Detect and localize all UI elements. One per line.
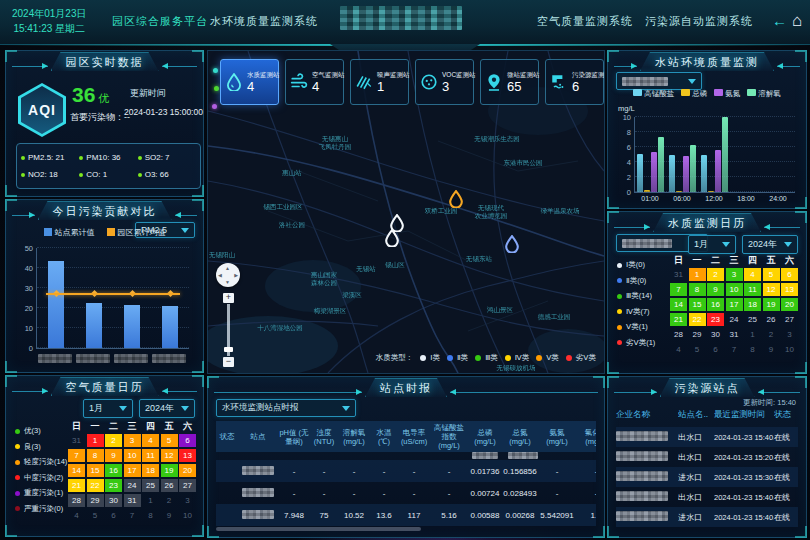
y-tick-label: 20 (25, 304, 33, 313)
water-drop-icon (225, 73, 243, 91)
nav-air-system[interactable]: 空气质量监测系统 (537, 14, 633, 29)
legend-dot (617, 278, 622, 283)
calendar-day: 10 (781, 343, 798, 357)
map-filter-noise-monitor[interactable]: 噪声监测站1 (350, 59, 409, 105)
pollution-table-header: 企业名称站点名..最近监测时间状态 (616, 409, 798, 421)
chevron-down-icon (784, 242, 792, 251)
zoom-handle[interactable] (224, 347, 233, 352)
calendar-day: 1 (87, 434, 104, 448)
back-icon[interactable]: ← (772, 12, 787, 30)
station-select[interactable] (616, 72, 702, 90)
value-cell: 75 (310, 511, 338, 520)
legend-dot (617, 263, 622, 268)
horizontal-scrollbar[interactable] (216, 527, 421, 531)
x-tick-label: 01:00 (634, 195, 666, 202)
map-filter-voc-monitor[interactable]: VOC监测站3 (415, 59, 474, 105)
pollution-table-body: 出水口2024-01-23 15:40..在线出水口2024-01-23 15:… (616, 427, 798, 527)
zoom-in-button[interactable]: + (223, 293, 234, 303)
bar (48, 261, 64, 348)
calendar-day: 4 (670, 343, 687, 357)
air-calendar-grid: 日一二三四五六311234567891011121314151617181920… (68, 420, 196, 522)
calendar-weekday: 四 (142, 420, 159, 432)
report-type-select[interactable]: 水环境监测站点时报 (216, 399, 356, 417)
calendar-day: 2 (161, 494, 178, 508)
map-place-label: 洛社公园 (279, 221, 305, 229)
calendar-weekday: 三 (124, 420, 141, 432)
aqi-value: 36优 (72, 83, 109, 107)
station-marker[interactable] (449, 190, 464, 212)
map-filter-micro-station[interactable]: 微站监测站65 (480, 59, 539, 105)
panel-title: 污染源站点 (660, 378, 755, 397)
value-cell: - (398, 467, 430, 476)
calendar-day: 17 (124, 464, 141, 478)
calendar-day: 8 (689, 283, 706, 297)
map-zoom-slider[interactable]: + − (225, 293, 232, 367)
calendar-weekday: 日 (670, 254, 687, 266)
filter-count: 6 (572, 80, 605, 93)
calendar-weekday: 五 (161, 420, 178, 432)
metric-text: O3: 66 (145, 170, 169, 179)
map-filter-air-monitor[interactable]: 空气监测站4 (285, 59, 344, 105)
legend-item: 优(3) (15, 426, 67, 436)
time-cell: 2024-01-23 15:30.. (714, 473, 774, 482)
contribution-bar-chart: 01020304050 (36, 248, 189, 349)
value-cell: 0.00724 (468, 489, 502, 498)
map-canvas[interactable]: 无锡惠山飞凤牡丹园惠山站锡西工业园区洛社公园无锡阳山惠山国家森林公园无锡站锡山区… (207, 50, 605, 374)
redacted-company-name (616, 491, 668, 501)
calendar-day: 21 (68, 479, 85, 493)
bar-group (701, 117, 728, 192)
value-cell: 5.16 (430, 511, 468, 520)
status-cell: 在线 (774, 492, 798, 503)
station-filter-bar: 水质监测站4空气监测站4噪声监测站1VOC监测站3微站监测站65污染源监测6 (220, 59, 604, 105)
pollution-row: 进水口2024-01-23 15:40..在线 (616, 507, 798, 527)
map-filter-pollution-source[interactable]: 污染源监测6 (545, 59, 604, 105)
filter-count: 3 (442, 80, 476, 93)
map-filter-water-drop[interactable]: 水质监测站4 (220, 59, 279, 105)
home-icon[interactable]: ⌂ (792, 12, 802, 30)
chevron-down-icon (119, 406, 127, 415)
legend-swatch (714, 89, 723, 96)
legend-item: 劣Ⅴ类 (566, 353, 596, 363)
x-tick-label: 06:00 (666, 195, 698, 202)
column-header: 氨氮 (mg/L) (538, 421, 576, 452)
column-header: 电导率 (uS/cm) (398, 421, 430, 452)
table-row (216, 452, 596, 460)
metric-item: O3: 66 (138, 170, 196, 179)
calendar-day: 16 (105, 464, 122, 478)
filter-text: 微站监测站65 (507, 71, 540, 93)
mini-station-dot[interactable] (212, 104, 217, 109)
legend-label: Ⅴ类(1) (626, 322, 648, 332)
station-marker[interactable] (385, 229, 400, 251)
nav-water-system[interactable]: 水环境质量监测系统 (210, 14, 318, 29)
legend-swatch (107, 228, 115, 236)
redacted-x-label (38, 354, 72, 363)
calendar-day: 10 (179, 509, 196, 523)
calendar-weekday: 四 (744, 254, 761, 266)
value-cell: 0.01736 (468, 467, 502, 476)
map-pan-control[interactable]: ▲▼ ◀▶ (216, 263, 240, 287)
zoom-track[interactable] (227, 304, 230, 356)
panel-realtime-data: 园区实时数据 AQI 36优 首要污染物：-- 更新时间 2024-01-23 … (5, 50, 204, 197)
nav-pollution-system[interactable]: 污染源自动监测系统 (645, 14, 753, 29)
column-header: 高锰酸盐指数 (mg/L) (430, 421, 468, 452)
metric-dot (79, 156, 83, 160)
legend-label: Ⅱ类(0) (626, 276, 646, 286)
nav-park-platform[interactable]: 园区综合服务平台 (112, 14, 208, 29)
legend-dot (566, 355, 572, 361)
station-marker[interactable] (505, 235, 520, 257)
redacted-logo (340, 6, 462, 30)
legend-item: Ⅲ类(14) (617, 291, 655, 301)
zoom-out-button[interactable]: − (223, 357, 234, 367)
mini-station-dot[interactable] (214, 86, 219, 91)
mini-station-dot[interactable] (213, 68, 218, 73)
year-select[interactable]: 2024年 (139, 399, 195, 418)
calendar-day: 3 (179, 494, 196, 508)
calendar-day: 26 (763, 313, 780, 327)
legend-item: Ⅱ类 (447, 353, 468, 363)
report-table-header: 状态站点pH值 (无量纲)浊度 (NTU)溶解氧 (mg/L)水温 (℃)电导率… (216, 421, 596, 452)
month-select[interactable]: 1月 (688, 235, 736, 254)
month-select[interactable]: 1月 (83, 399, 133, 418)
calendar-day: 6 (781, 268, 798, 282)
year-select[interactable]: 2024年 (742, 235, 798, 254)
station-cell (238, 488, 278, 499)
